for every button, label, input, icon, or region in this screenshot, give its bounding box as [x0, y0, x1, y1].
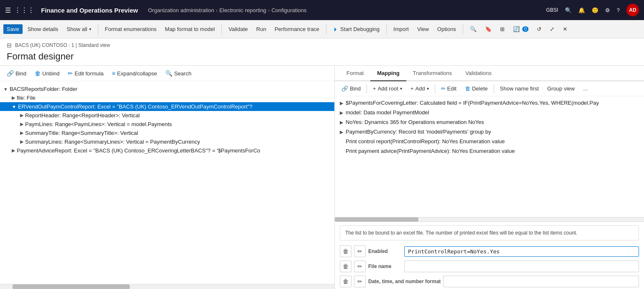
edit-button[interactable]: ✏ Edit: [438, 84, 460, 93]
search-button-left[interactable]: 🔍 Search: [162, 68, 195, 78]
validate-button[interactable]: Validate: [225, 24, 251, 34]
save-button[interactable]: Save: [3, 24, 23, 34]
toolbar-sep-5: [463, 24, 463, 34]
format-enumerations-button[interactable]: Format enumerations: [102, 24, 160, 34]
hamburger-icon[interactable]: ☰: [5, 6, 11, 14]
left-toolbar: 🔗 Bind 🗑 Unbind ✏ Edit formula ≡ Expand/…: [0, 66, 334, 81]
import-button[interactable]: Import: [390, 24, 412, 34]
tree-expand-icon-5[interactable]: ▶: [20, 121, 23, 127]
bind-icon-right: 🔗: [341, 85, 348, 92]
filename-input[interactable]: [404, 261, 639, 272]
mapping-hscrollbar[interactable]: [335, 217, 644, 222]
tree-expand-icon-2[interactable]: ▶: [12, 95, 15, 101]
app-grid-icon[interactable]: ⋮⋮⋮: [14, 6, 34, 14]
maximize-button[interactable]: ⤢: [547, 24, 558, 34]
badge-button[interactable]: 🔄 0: [510, 24, 532, 34]
bind-button-right[interactable]: 🔗 Bind: [338, 84, 364, 93]
show-details-button[interactable]: Show details: [24, 24, 62, 34]
bind-button-left[interactable]: 🔗 Bind: [3, 68, 30, 78]
tree-item[interactable]: ▶ SummaryLines: Range<SummaryLines>: Ver…: [0, 137, 334, 146]
tab-transformations[interactable]: Transformations: [406, 66, 459, 81]
delete-datetime-button[interactable]: 🗑: [340, 276, 352, 287]
tree-hscroll-thumb[interactable]: [13, 284, 130, 289]
delete-filename-button[interactable]: 🗑: [340, 261, 352, 272]
expand-collapse-button[interactable]: ≡ Expand/collapse: [109, 68, 161, 78]
group-view-button[interactable]: Group view: [544, 84, 578, 93]
more-options-button[interactable]: ...: [580, 84, 591, 93]
help-icon[interactable]: ?: [617, 7, 620, 13]
mapping-tree[interactable]: ▶ $PaymentsForCoveringLetter: Calculated…: [335, 96, 644, 217]
page-breadcrumb: ⊟ BACS (UK) CONTOSO : 1 | Standard view: [0, 39, 644, 49]
tree-item-text: file: File: [17, 95, 36, 101]
tab-validations[interactable]: Validations: [459, 66, 498, 81]
mapping-item[interactable]: ▶ Print payment advice(PrintPaymentAdvic…: [335, 146, 644, 156]
tree-expand-icon-4[interactable]: ▶: [20, 113, 23, 118]
toolbar-search-button[interactable]: 🔍: [467, 24, 480, 34]
breadcrumb-org[interactable]: Organization administration: [148, 7, 214, 13]
mapping-expand-2[interactable]: ▶: [340, 110, 343, 116]
options-button[interactable]: Options: [434, 24, 459, 34]
search-icon[interactable]: 🔍: [565, 7, 572, 13]
mapping-item[interactable]: ▶ PaymentByCurrency: Record list 'model/…: [335, 127, 644, 137]
avatar[interactable]: AD: [626, 4, 639, 16]
tree-expand-icon-3[interactable]: ▼: [12, 104, 16, 109]
view-button[interactable]: View: [414, 24, 432, 34]
breadcrumb-er[interactable]: Electronic reporting: [219, 7, 266, 13]
tree-container[interactable]: ▼ BACSReportsFolder: Folder ▶ file: File…: [0, 81, 334, 284]
right-toolbar-sep-3: [494, 84, 494, 93]
expand-collapse-icon: ≡: [112, 70, 115, 77]
page-breadcrumb-text: BACS (UK) CONTOSO : 1 | Standard view: [15, 42, 110, 48]
tree-item[interactable]: ▶ PaymentAdviceReport: Excel = "BACS (UK…: [0, 146, 334, 155]
edit-filename-button[interactable]: ✏: [354, 261, 366, 272]
tab-mapping[interactable]: Mapping: [370, 66, 406, 81]
datetime-label: Date, time, and number format: [368, 279, 441, 284]
mapping-expand-3[interactable]: ▶: [340, 120, 343, 125]
delete-button[interactable]: 🗑 Delete: [462, 84, 491, 93]
edit-datetime-button[interactable]: ✏: [354, 276, 366, 287]
close-button[interactable]: ✕: [559, 24, 571, 34]
mapping-item[interactable]: ▶ NoYes: Dynamics 365 for Operations enu…: [335, 117, 644, 127]
tree-item[interactable]: ▶ ReportHeader: Range<ReportHeader>: Ver…: [0, 111, 334, 120]
mapping-item[interactable]: ▶ model: Data model PaymentModel: [335, 108, 644, 117]
map-format-to-model-button[interactable]: Map format to model: [162, 24, 218, 34]
enabled-value[interactable]: PrintControlReport=NoYes.Yes: [404, 246, 639, 257]
datetime-input[interactable]: [443, 276, 639, 287]
add-root-button[interactable]: + Add root ▾: [369, 84, 405, 93]
add-button[interactable]: + Add ▾: [407, 84, 432, 93]
edit-enabled-button[interactable]: ✏: [354, 245, 366, 257]
performance-trace-button[interactable]: Performance trace: [271, 24, 323, 34]
breadcrumb-config[interactable]: Configurations: [272, 7, 307, 13]
mapping-hscroll-thumb[interactable]: [335, 217, 418, 222]
mapping-item[interactable]: ▶ $PaymentsForCoveringLetter: Calculated…: [335, 98, 644, 108]
refresh-button[interactable]: ↺: [534, 24, 545, 34]
layout-icon-button[interactable]: ⊞: [497, 24, 508, 34]
tree-expand-icon-1[interactable]: ▼: [3, 87, 8, 92]
delete-enabled-button[interactable]: 🗑: [340, 245, 352, 257]
tree-expand-icon-6[interactable]: ▶: [20, 130, 23, 136]
tree-expand-icon-7[interactable]: ▶: [20, 139, 23, 144]
bookmark-icon-button[interactable]: 🔖: [482, 24, 495, 34]
mapping-expand-1[interactable]: ▶: [340, 101, 343, 106]
smiley-icon[interactable]: 🙂: [592, 7, 598, 13]
tree-expand-icon-8[interactable]: ▶: [12, 148, 15, 153]
settings-icon[interactable]: ⚙: [605, 7, 610, 13]
mapping-item[interactable]: ▶ Print control report(PrintControlRepor…: [335, 137, 644, 146]
filter-icon[interactable]: ⊟: [7, 42, 12, 49]
tree-hscrollbar[interactable]: [0, 284, 334, 289]
tree-item[interactable]: ▶ PaymLines: Range<PaymLines>: Vertical …: [0, 120, 334, 129]
tree-item[interactable]: ▼ BACSReportsFolder: Folder: [0, 85, 334, 93]
unbind-button[interactable]: 🗑 Unbind: [31, 68, 63, 78]
debug-icon: ⏵: [333, 26, 339, 32]
tree-item-selected[interactable]: ▼ ERVendOutPaymControlReport: Excel = "B…: [0, 102, 334, 111]
tree-item[interactable]: ▶ file: File: [0, 93, 334, 102]
mapping-expand-4[interactable]: ▶: [340, 129, 343, 135]
show-name-first-button[interactable]: Show name first: [497, 84, 542, 93]
tree-item[interactable]: ▶ SummaryTitle: Range<SummaryTitle>: Ver…: [0, 129, 334, 137]
show-all-button[interactable]: Show all ▾: [63, 24, 94, 34]
edit-formula-button[interactable]: ✏ Edit formula: [64, 68, 107, 78]
notification-icon[interactable]: 🔔: [578, 7, 585, 13]
tab-format[interactable]: Format: [340, 66, 370, 81]
run-button[interactable]: Run: [253, 24, 269, 34]
start-debugging-button[interactable]: ⏵ Start Debugging: [330, 24, 383, 34]
description-text: The list to be bound to an excel file. T…: [345, 230, 577, 236]
